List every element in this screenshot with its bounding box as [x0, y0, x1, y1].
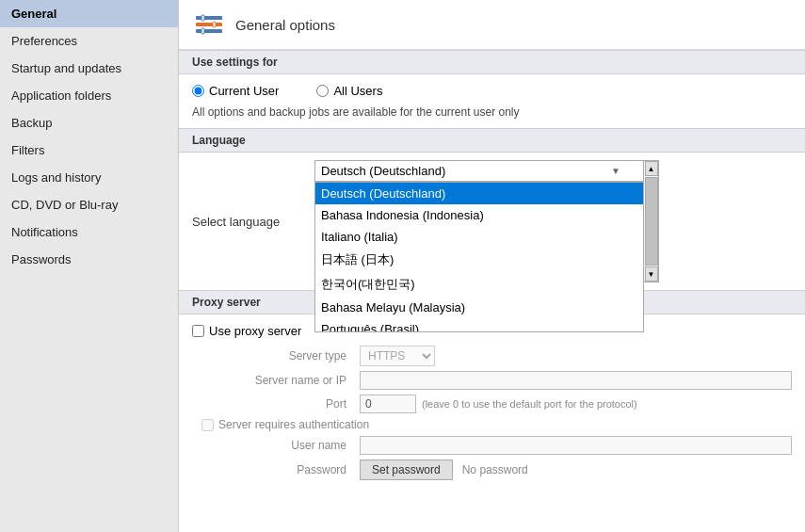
port-hint: (leave 0 to use the default port for the…: [422, 398, 637, 410]
proxy-fields: Server type HTTPS Server name or IP Port…: [192, 346, 792, 480]
port-label: Port: [201, 397, 352, 411]
password-label: Password: [201, 463, 352, 476]
sidebar-item-logs[interactable]: Logs and history: [0, 164, 178, 191]
language-option-3[interactable]: 日本語 (日本): [315, 248, 643, 272]
svg-rect-0: [196, 16, 222, 20]
auth-checkbox[interactable]: [201, 419, 214, 431]
svg-rect-1: [196, 23, 222, 26]
use-settings-info: All options and backup jobs are availabl…: [192, 105, 792, 119]
language-dropdown[interactable]: Deutsch (Deutschland) ▼ Deutsch (Deutsch…: [314, 160, 644, 182]
page-header: General options: [179, 0, 805, 50]
auth-checkbox-row: Server requires authentication: [201, 418, 792, 431]
username-input[interactable]: [360, 436, 792, 455]
port-row: (leave 0 to use the default port for the…: [360, 395, 792, 413]
username-label: User name: [201, 439, 352, 452]
language-dropdown-list: Deutsch (Deutschland)Bahasa Indonesia (I…: [314, 182, 644, 332]
language-option-0[interactable]: Deutsch (Deutschland): [315, 183, 643, 204]
general-options-icon: [192, 8, 226, 41]
sidebar: GeneralPreferencesStartup and updatesApp…: [0, 0, 179, 532]
language-option-6[interactable]: Português (Brasil): [315, 318, 643, 332]
current-user-label: Current User: [209, 84, 279, 98]
server-name-input[interactable]: [360, 371, 792, 390]
svg-rect-5: [201, 28, 204, 34]
dropdown-arrow-icon: ▼: [611, 166, 620, 176]
all-users-radio[interactable]: [316, 85, 329, 97]
select-language-label: Select language: [192, 215, 305, 229]
sidebar-item-app-folders[interactable]: Application folders: [0, 82, 178, 109]
main-content: General options Use settings for Current…: [179, 0, 805, 532]
use-settings-radio-group: Current User All Users: [192, 84, 792, 98]
scroll-thumb: [645, 177, 658, 266]
all-users-label: All Users: [333, 84, 382, 98]
sidebar-item-cd-dvd[interactable]: CD, DVD or Blu-ray: [0, 191, 178, 218]
sidebar-item-notifications[interactable]: Notifications: [0, 218, 178, 246]
language-dropdown-trigger[interactable]: Deutsch (Deutschland) ▼: [314, 160, 644, 182]
current-user-radio[interactable]: [192, 85, 204, 97]
set-password-button[interactable]: Set password: [360, 459, 453, 480]
use-settings-body: Current User All Users All options and b…: [179, 74, 805, 128]
sidebar-item-startup[interactable]: Startup and updates: [0, 55, 178, 82]
sidebar-item-preferences[interactable]: Preferences: [0, 27, 178, 55]
language-section: Language Select language Deutsch (Deutsc…: [179, 128, 805, 290]
svg-rect-2: [196, 29, 222, 33]
sidebar-item-filters[interactable]: Filters: [0, 137, 178, 164]
server-name-label: Server name or IP: [201, 374, 352, 387]
auth-checkbox-label[interactable]: Server requires authentication: [201, 418, 369, 431]
language-option-2[interactable]: Italiano (Italia): [315, 226, 643, 248]
svg-rect-4: [213, 22, 216, 27]
password-row: Set password No password: [360, 459, 792, 480]
svg-rect-3: [201, 15, 204, 21]
sidebar-item-passwords[interactable]: Passwords: [0, 246, 178, 273]
port-input[interactable]: [360, 395, 416, 413]
language-option-4[interactable]: 한국어(대한민국): [315, 272, 643, 297]
language-scrollbar[interactable]: ▲ ▼: [644, 160, 659, 282]
use-settings-header: Use settings for: [179, 50, 805, 74]
language-row: Select language Deutsch (Deutschland) ▼ …: [179, 153, 805, 290]
auth-label: Server requires authentication: [218, 418, 369, 431]
server-type-select[interactable]: HTTPS: [360, 346, 435, 366]
page-title: General options: [235, 17, 335, 33]
language-dropdown-area: Deutsch (Deutschland) ▼ Deutsch (Deutsch…: [314, 160, 659, 282]
no-password-text: No password: [462, 463, 528, 476]
scroll-down-btn[interactable]: ▼: [645, 266, 658, 282]
current-user-radio-label[interactable]: Current User: [192, 84, 279, 98]
proxy-body: Use proxy server Server type HTTPS Serve…: [179, 314, 805, 490]
language-option-1[interactable]: Bahasa Indonesia (Indonesia): [315, 204, 643, 226]
language-header: Language: [179, 128, 805, 153]
use-proxy-checkbox[interactable]: [192, 325, 204, 337]
scroll-up-btn[interactable]: ▲: [645, 161, 658, 176]
server-type-field: HTTPS: [360, 346, 792, 366]
sidebar-item-backup[interactable]: Backup: [0, 109, 178, 137]
language-selected: Deutsch (Deutschland): [321, 164, 445, 178]
sidebar-item-general[interactable]: General: [0, 0, 178, 27]
use-proxy-label: Use proxy server: [209, 324, 301, 338]
use-settings-section: Use settings for Current User All Users …: [179, 50, 805, 128]
server-type-label: Server type: [201, 349, 352, 363]
all-users-radio-label[interactable]: All Users: [316, 84, 382, 98]
language-option-5[interactable]: Bahasa Melayu (Malaysia): [315, 297, 643, 318]
